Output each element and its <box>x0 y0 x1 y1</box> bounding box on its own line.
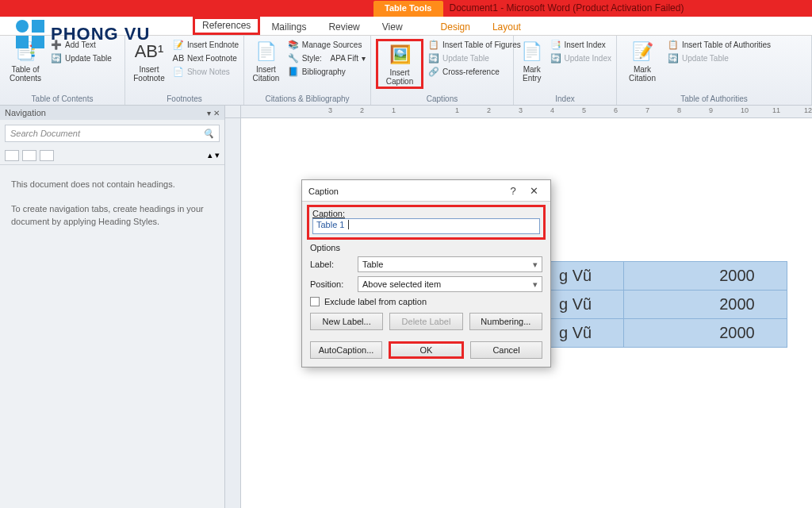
dialog-help-button[interactable]: ? <box>503 185 523 197</box>
nav-expand-icon[interactable]: ▴ ▾ <box>208 150 220 161</box>
tab-mailings[interactable]: Mailings <box>260 17 317 35</box>
chevron-down-icon: ▾ <box>533 260 538 270</box>
dialog-title-bar[interactable]: Caption ? ✕ <box>302 180 550 202</box>
watermark-logo: PHONG VU <box>16 20 150 48</box>
update-toa-button[interactable]: 🔄Update Table <box>668 52 771 64</box>
dialog-title: Caption <box>308 187 339 196</box>
cancel-button[interactable]: Cancel <box>470 341 542 359</box>
group-citations-label: Citations & Bibliography <box>249 93 366 103</box>
insert-endnote-button[interactable]: 📝Insert Endnote <box>173 39 239 50</box>
group-toc-label: Table of Contents <box>5 93 120 103</box>
tab-view[interactable]: View <box>371 17 414 35</box>
mark-entry-icon: 📄 <box>519 39 545 64</box>
mark-entry-button[interactable]: 📄 Mark Entry <box>519 39 546 83</box>
update-tof-button[interactable]: 🔄Update Table <box>428 52 521 64</box>
show-notes-button[interactable]: 📄Show Notes <box>173 66 239 77</box>
nav-tab-pages[interactable] <box>22 150 36 161</box>
mark-citation-button[interactable]: 📝 Mark Citation <box>622 39 663 83</box>
citation-style-select[interactable]: 🔧Style: APA Fift ▾ <box>288 52 366 64</box>
group-captions-label: Captions <box>376 93 508 103</box>
navigation-pane: Navigation ▾ ✕ Search Document 🔍 ▴ ▾ Thi… <box>0 106 225 508</box>
table-cell[interactable]: g Vũ <box>551 262 624 291</box>
insert-index-button[interactable]: 📑Insert Index <box>550 39 612 50</box>
tab-references[interactable]: References <box>193 17 260 35</box>
insert-toa-button[interactable]: 📋Insert Table of Authorities <box>668 39 771 50</box>
nav-pane-title: Navigation ▾ ✕ <box>0 106 224 120</box>
caption-dialog: Caption ? ✕ Caption: Table 1 Options Lab… <box>301 179 551 368</box>
tab-layout[interactable]: Layout <box>481 17 532 35</box>
toc-label: Table of Contents <box>10 65 41 83</box>
table-cell[interactable]: 2000 <box>624 262 787 291</box>
title-bar: Table Tools Document1 - Microsoft Word (… <box>0 0 812 17</box>
vertical-ruler[interactable] <box>225 118 241 508</box>
tab-design[interactable]: Design <box>430 17 481 35</box>
dialog-close-button[interactable]: ✕ <box>523 185 544 197</box>
nav-tab-headings[interactable] <box>5 150 19 161</box>
exclude-label-checkbox[interactable]: Exclude label from caption <box>310 297 542 306</box>
autocaption-button[interactable]: AutoCaption... <box>310 341 382 359</box>
tab-review[interactable]: Review <box>317 17 370 35</box>
checkbox-icon <box>310 297 320 306</box>
caption-label: Caption: <box>312 209 540 218</box>
new-label-button[interactable]: New Label... <box>310 313 383 330</box>
manage-sources-button[interactable]: 📚Manage Sources <box>288 39 366 50</box>
label-label: Label: <box>310 260 351 269</box>
numbering-button[interactable]: Numbering... <box>469 313 542 330</box>
citation-icon: 📄 <box>253 39 278 64</box>
nav-pane-close-icon[interactable]: ▾ ✕ <box>207 109 220 117</box>
group-index-label: Index <box>519 93 611 103</box>
nav-view-tabs: ▴ ▾ <box>0 147 224 165</box>
ruler-corner <box>225 106 241 117</box>
insert-caption-button[interactable]: 🖼️ Insert Caption <box>379 42 420 86</box>
search-icon: 🔍 <box>203 129 214 139</box>
nav-empty-message: This document does not contain headings.… <box>0 165 224 241</box>
bibliography-button[interactable]: 📘Bibliography <box>288 66 366 77</box>
next-footnote-button[interactable]: ABNext Footnote <box>173 52 239 64</box>
group-footnotes-label: Footnotes <box>130 93 239 103</box>
options-label: Options <box>310 243 542 252</box>
caption-input[interactable]: Table 1 <box>312 218 540 234</box>
logo-text: PHONG VU <box>51 24 150 44</box>
group-toa-label: Table of Authorities <box>622 93 806 103</box>
position-label: Position: <box>310 279 351 289</box>
table-cell[interactable]: g Vũ <box>551 319 624 348</box>
word-table[interactable]: g Vũ2000g Vũ2000g Vũ2000 <box>550 261 787 348</box>
nav-tab-results[interactable] <box>40 150 54 161</box>
logo-icon <box>16 20 44 48</box>
nav-search-placeholder: Search Document <box>10 129 80 138</box>
insert-table-of-figures-button[interactable]: 📋Insert Table of Figures <box>428 39 521 50</box>
insert-caption-highlight: 🖼️ Insert Caption <box>376 39 423 89</box>
ok-button[interactable]: OK <box>389 341 464 359</box>
label-combo[interactable]: Table▾ <box>358 256 542 272</box>
update-table-button[interactable]: 🔄Update Table <box>51 52 112 64</box>
cross-reference-button[interactable]: 🔗Cross-reference <box>428 66 521 77</box>
chevron-down-icon: ▾ <box>533 279 538 290</box>
delete-label-button: Delete Label <box>389 313 462 330</box>
nav-search-input[interactable]: Search Document 🔍 <box>5 125 220 142</box>
horizontal-ruler[interactable]: 321123456789101112 <box>241 106 812 117</box>
table-cell[interactable]: 2000 <box>624 291 787 319</box>
mark-citation-icon: 📝 <box>630 39 655 64</box>
table-cell[interactable]: g Vũ <box>551 291 624 319</box>
update-icon: 🔄 <box>51 52 62 64</box>
update-index-button[interactable]: 🔄Update Index <box>550 52 612 64</box>
table-cell[interactable]: 2000 <box>624 319 787 348</box>
caption-icon: 🖼️ <box>387 42 412 67</box>
caption-field-highlight: Caption: Table 1 <box>307 205 546 240</box>
insert-citation-button[interactable]: 📄 Insert Citation <box>249 39 283 83</box>
contextual-tab-table-tools: Table Tools <box>373 1 443 17</box>
position-combo[interactable]: Above selected item▾ <box>358 276 542 292</box>
window-title: Document1 - Microsoft Word (Product Acti… <box>443 0 813 17</box>
